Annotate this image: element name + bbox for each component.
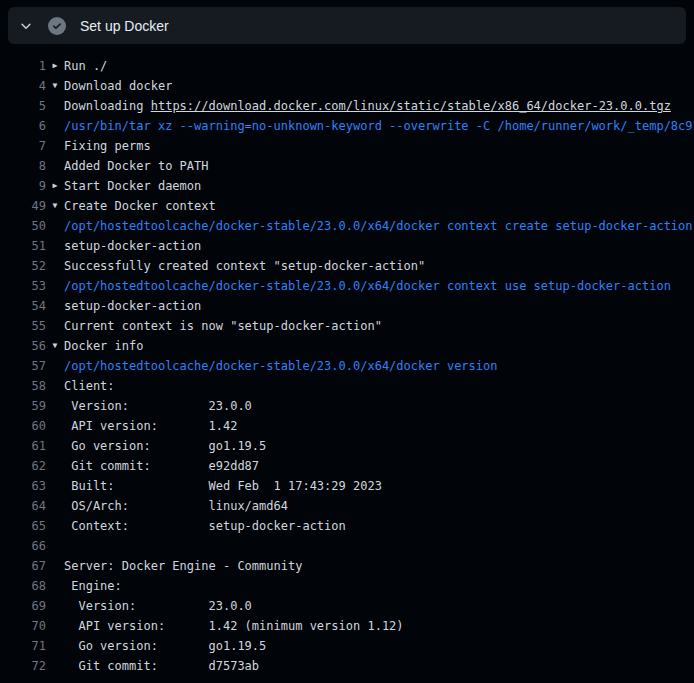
- log-text: API version: 1.42: [64, 419, 237, 433]
- log-row: 50/opt/hostedtoolcache/docker-stable/23.…: [0, 216, 694, 236]
- log-text: OS/Arch: linux/amd64: [64, 499, 288, 513]
- log-text: Go version: go1.19.5: [64, 639, 266, 653]
- log-text: Current context is now "setup-docker-act…: [64, 319, 382, 333]
- line-number[interactable]: 53: [0, 279, 46, 293]
- log-row: 59 Version: 23.0.0: [0, 396, 694, 416]
- log-text: Version: 23.0.0: [64, 599, 252, 613]
- log-row: 68 Engine:: [0, 576, 694, 596]
- log-text: Added Docker to PATH: [64, 159, 209, 173]
- log-text: Successfully created context "setup-dock…: [64, 259, 425, 273]
- log-row: 61 Go version: go1.19.5: [0, 436, 694, 456]
- line-number[interactable]: 49: [0, 199, 46, 213]
- log-row: 1▶Run ./: [0, 56, 694, 76]
- log-row: 66: [0, 536, 694, 556]
- log-row: 72 Git commit: d7573ab: [0, 656, 694, 676]
- group-collapsed-icon[interactable]: ▶: [46, 176, 64, 196]
- line-number[interactable]: 1: [0, 59, 46, 73]
- line-number[interactable]: 8: [0, 159, 46, 173]
- log-row: 58Client:: [0, 376, 694, 396]
- line-number[interactable]: 70: [0, 619, 46, 633]
- line-number[interactable]: 62: [0, 459, 46, 473]
- log-row: 55Current context is now "setup-docker-a…: [0, 316, 694, 336]
- line-number[interactable]: 63: [0, 479, 46, 493]
- log-text: Built: Wed Feb 1 17:43:29 2023: [64, 479, 382, 493]
- log-text: Go version: go1.19.5: [64, 439, 266, 453]
- log-text: Client:: [64, 379, 115, 393]
- log-link[interactable]: https://download.docker.com/linux/static…: [151, 99, 671, 113]
- log-row: 70 API version: 1.42 (minimum version 1.…: [0, 616, 694, 636]
- log-row: 65 Context: setup-docker-action: [0, 516, 694, 536]
- line-number[interactable]: 50: [0, 219, 46, 233]
- line-number[interactable]: 55: [0, 319, 46, 333]
- step-title: Set up Docker: [80, 18, 169, 34]
- line-number[interactable]: 51: [0, 239, 46, 253]
- log-row: 69 Version: 23.0.0: [0, 596, 694, 616]
- log-row: 52Successfully created context "setup-do…: [0, 256, 694, 276]
- group-expanded-icon[interactable]: ▼: [46, 196, 64, 216]
- log-container: 1▶Run ./4▼Download docker5Downloading ht…: [0, 45, 694, 683]
- group-title: Docker info: [64, 339, 143, 353]
- line-number[interactable]: 66: [0, 539, 46, 553]
- group-title: Run ./: [64, 59, 107, 73]
- log-row: 64 OS/Arch: linux/amd64: [0, 496, 694, 516]
- group-title: Create Docker context: [64, 199, 216, 213]
- log-text: Git commit: e92dd87: [64, 459, 259, 473]
- group-collapsed-icon[interactable]: ▶: [46, 56, 64, 76]
- log-row: 49▼Create Docker context: [0, 196, 694, 216]
- line-number[interactable]: 9: [0, 179, 46, 193]
- line-number[interactable]: 52: [0, 259, 46, 273]
- log-text: setup-docker-action: [64, 299, 201, 313]
- log-row: 7Fixing perms: [0, 136, 694, 156]
- group-expanded-icon[interactable]: ▼: [46, 336, 64, 356]
- line-number[interactable]: 60: [0, 419, 46, 433]
- chevron-down-icon[interactable]: [8, 19, 44, 33]
- log-row: 9▶Start Docker daemon: [0, 176, 694, 196]
- line-number[interactable]: 65: [0, 519, 46, 533]
- line-number[interactable]: 56: [0, 339, 46, 353]
- line-number[interactable]: 58: [0, 379, 46, 393]
- log-row: 62 Git commit: e92dd87: [0, 456, 694, 476]
- log-text: Downloading https://download.docker.com/…: [64, 99, 671, 113]
- log-row: 56▼Docker info: [0, 336, 694, 356]
- line-number[interactable]: 67: [0, 559, 46, 573]
- log-text: /usr/bin/tar xz --warning=no-unknown-key…: [64, 119, 694, 133]
- log-row: 63 Built: Wed Feb 1 17:43:29 2023: [0, 476, 694, 496]
- line-number[interactable]: 7: [0, 139, 46, 153]
- log-text: Git commit: d7573ab: [64, 659, 259, 673]
- line-number[interactable]: 68: [0, 579, 46, 593]
- group-title: Download docker: [64, 79, 172, 93]
- log-row: 4▼Download docker: [0, 76, 694, 96]
- line-number[interactable]: 64: [0, 499, 46, 513]
- line-number[interactable]: 4: [0, 79, 46, 93]
- log-row: 5Downloading https://download.docker.com…: [0, 96, 694, 116]
- group-expanded-icon[interactable]: ▼: [46, 76, 64, 96]
- group-title: Start Docker daemon: [64, 179, 201, 193]
- line-number[interactable]: 69: [0, 599, 46, 613]
- log-row: 57/opt/hostedtoolcache/docker-stable/23.…: [0, 356, 694, 376]
- line-number[interactable]: 6: [0, 119, 46, 133]
- log-text: Context: setup-docker-action: [64, 519, 346, 533]
- log-text: Server: Docker Engine - Community: [64, 559, 302, 573]
- line-number[interactable]: 72: [0, 659, 46, 673]
- log-row: 60 API version: 1.42: [0, 416, 694, 436]
- line-number[interactable]: 71: [0, 639, 46, 653]
- log-row: 71 Go version: go1.19.5: [0, 636, 694, 656]
- log-text: setup-docker-action: [64, 239, 201, 253]
- step-header[interactable]: Set up Docker: [8, 7, 686, 44]
- log-row: 53/opt/hostedtoolcache/docker-stable/23.…: [0, 276, 694, 296]
- line-number[interactable]: 57: [0, 359, 46, 373]
- log-text: /opt/hostedtoolcache/docker-stable/23.0.…: [64, 279, 671, 293]
- log-row: 51setup-docker-action: [0, 236, 694, 256]
- log-text: Engine:: [64, 579, 122, 593]
- log-row: 8Added Docker to PATH: [0, 156, 694, 176]
- log-text: Fixing perms: [64, 139, 151, 153]
- log-lines: 1▶Run ./4▼Download docker5Downloading ht…: [0, 56, 694, 676]
- log-text: API version: 1.42 (minimum version 1.12): [64, 619, 404, 633]
- log-text: Version: 23.0.0: [64, 399, 252, 413]
- log-row: 6/usr/bin/tar xz --warning=no-unknown-ke…: [0, 116, 694, 136]
- check-circle-icon: [44, 17, 70, 35]
- line-number[interactable]: 59: [0, 399, 46, 413]
- line-number[interactable]: 54: [0, 299, 46, 313]
- line-number[interactable]: 5: [0, 99, 46, 113]
- line-number[interactable]: 61: [0, 439, 46, 453]
